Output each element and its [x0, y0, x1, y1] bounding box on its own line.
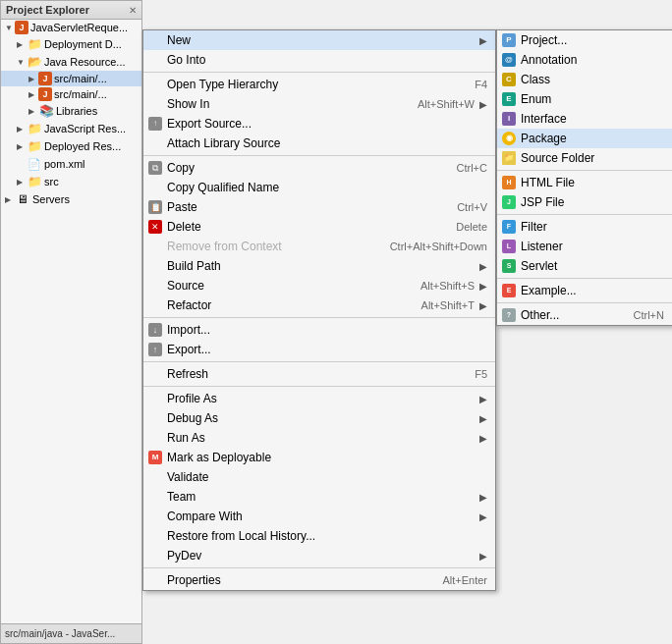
submenu-item-other[interactable]: ? Other... Ctrl+N — [497, 305, 672, 325]
submenu-arrow-profile: ▶ — [479, 394, 487, 404]
menu-label-build-path: Build Path — [167, 259, 475, 273]
tree-item-deployed[interactable]: ▶ 📁 Deployed Res... — [1, 137, 141, 155]
tree-item-servers[interactable]: ▶ 🖥 Servers — [1, 190, 141, 208]
menu-item-restore-local[interactable]: Restore from Local History... — [143, 526, 495, 546]
class-icon: C — [501, 72, 517, 87]
menu-item-attach-library[interactable]: Attach Library Source — [143, 134, 495, 153]
menu-label-properties: Properties — [167, 573, 422, 587]
menu-item-refactor[interactable]: Refactor Alt+Shift+T ▶ — [143, 295, 495, 315]
menu-item-export-source[interactable]: ↑ Export Source... — [143, 114, 495, 134]
menu-item-properties[interactable]: Properties Alt+Enter — [143, 570, 495, 590]
menu-label-import: Import... — [167, 323, 487, 337]
sub-label-other: Other... — [521, 308, 634, 322]
sub-label-source-folder: Source Folder — [521, 151, 664, 165]
src-folder-icon: 📁 — [27, 174, 42, 189]
submenu-arrow-show-in: ▶ — [479, 99, 487, 110]
deployed-icon: 📁 — [27, 138, 42, 154]
menu-item-debug-as[interactable]: Debug As ▶ — [143, 408, 495, 428]
tree-item-java-resources[interactable]: ▼ 📂 Java Resource... — [1, 53, 141, 71]
project-explorer: Project Explorer ✕ ▼ J JavaServletReque.… — [0, 0, 142, 644]
sub-label-listener: Listener — [521, 240, 664, 253]
menu-item-validate[interactable]: Validate — [143, 467, 495, 487]
sub-label-example: Example... — [521, 284, 664, 297]
tree-label: JavaScript Res... — [44, 123, 126, 134]
menu-item-copy-qualified[interactable]: Copy Qualified Name — [143, 178, 495, 197]
submenu-arrow-run: ▶ — [479, 433, 487, 444]
tree-label: Java Resource... — [44, 56, 126, 68]
shortcut-other: Ctrl+N — [634, 309, 664, 321]
menu-item-export[interactable]: ↑ Export... — [143, 340, 495, 359]
explorer-title-bar: Project Explorer ✕ — [1, 1, 141, 20]
shortcut-remove-context: Ctrl+Alt+Shift+Down — [390, 241, 487, 252]
menu-label-export: Export... — [167, 343, 487, 356]
tree-item-src[interactable]: ▶ 📁 src — [1, 173, 141, 190]
menu-label-paste: Paste — [167, 200, 437, 214]
tree-arrow: ▶ — [17, 142, 27, 151]
menu-item-new[interactable]: New ▶ — [143, 30, 495, 50]
example-icon: E — [501, 283, 517, 298]
menu-item-copy[interactable]: ⧉ Copy Ctrl+C — [143, 158, 495, 178]
tree-arrow: ▼ — [17, 58, 27, 67]
tree-item-src-main[interactable]: ▶ J src/main/... — [1, 71, 141, 86]
project-icon: J — [15, 21, 28, 34]
submenu-sep-4 — [497, 302, 672, 303]
menu-item-open-type[interactable]: Open Type Hierarchy F4 — [143, 75, 495, 94]
menu-item-build-path[interactable]: Build Path ▶ — [143, 256, 495, 276]
sub-label-jsp-file: JSP File — [521, 195, 664, 209]
submenu-item-source-folder[interactable]: 📁 Source Folder — [497, 148, 672, 168]
status-text: src/main/java - JavaSer... — [5, 628, 115, 639]
shortcut-copy: Ctrl+C — [457, 162, 487, 174]
menu-label-refresh: Refresh — [167, 367, 455, 381]
submenu-item-annotation[interactable]: @ Annotation — [497, 50, 672, 70]
menu-item-pydev[interactable]: PyDev ▶ — [143, 546, 495, 565]
submenu-item-html-file[interactable]: H HTML File — [497, 173, 672, 192]
submenu-item-class[interactable]: C Class — [497, 70, 672, 89]
menu-item-profile-as[interactable]: Profile As ▶ — [143, 389, 495, 408]
tree-item-deployment[interactable]: ▶ 📁 Deployment D... — [1, 35, 141, 53]
submenu-arrow-new: ▶ — [479, 35, 487, 46]
package-icon: ◉ — [501, 131, 517, 146]
menu-item-import[interactable]: ↓ Import... — [143, 320, 495, 340]
submenu-arrow-debug: ▶ — [479, 413, 487, 424]
menu-item-refresh[interactable]: Refresh F5 — [143, 364, 495, 384]
menu-label-copy: Copy — [167, 161, 437, 175]
menu-label-show-in: Show In — [167, 97, 398, 111]
menu-item-mark-deployable[interactable]: M Mark as Deployable — [143, 448, 495, 467]
menu-item-delete[interactable]: ✕ Delete Delete — [143, 217, 495, 237]
menu-item-show-in[interactable]: Show In Alt+Shift+W ▶ — [143, 94, 495, 114]
submenu-item-project[interactable]: P Project... — [497, 30, 672, 50]
annotation-icon: @ — [501, 52, 517, 68]
submenu-item-jsp-file[interactable]: J JSP File — [497, 192, 672, 212]
shortcut-source: Alt+Shift+S — [420, 280, 475, 292]
menu-label-copy-qualified: Copy Qualified Name — [167, 181, 487, 194]
submenu-item-listener[interactable]: L Listener — [497, 237, 672, 256]
tree-item-pom[interactable]: 📄 pom.xml — [1, 155, 141, 173]
tree-item-root[interactable]: ▼ J JavaServletReque... — [1, 20, 141, 35]
submenu-item-servlet[interactable]: S Servlet — [497, 256, 672, 276]
submenu-item-enum[interactable]: E Enum — [497, 89, 672, 109]
submenu-item-filter[interactable]: F Filter — [497, 217, 672, 237]
menu-label-export-source: Export Source... — [167, 117, 487, 131]
sub-label-package: Package — [521, 132, 664, 145]
sub-label-interface: Interface — [521, 112, 664, 126]
menu-item-source[interactable]: Source Alt+Shift+S ▶ — [143, 276, 495, 295]
submenu-sep-1 — [497, 170, 672, 171]
html-icon: H — [501, 175, 517, 190]
tree-item-src-main2[interactable]: ▶ J src/main/... — [1, 86, 141, 102]
tree-item-js-res[interactable]: ▶ 📁 JavaScript Res... — [1, 120, 141, 137]
sub-label-html-file: HTML File — [521, 176, 664, 189]
submenu-item-interface[interactable]: I Interface — [497, 109, 672, 129]
submenu-item-package[interactable]: ◉ Package — [497, 129, 672, 148]
menu-item-run-as[interactable]: Run As ▶ — [143, 428, 495, 448]
menu-item-paste[interactable]: 📋 Paste Ctrl+V — [143, 197, 495, 217]
enum-icon: E — [501, 91, 517, 107]
explorer-close-button[interactable]: ✕ — [129, 5, 137, 16]
menu-item-team[interactable]: Team ▶ — [143, 487, 495, 507]
export-source-icon: ↑ — [147, 116, 163, 132]
menu-item-go-into[interactable]: Go Into — [143, 50, 495, 70]
menu-item-compare[interactable]: Compare With ▶ — [143, 507, 495, 526]
src2-icon: J — [38, 87, 52, 101]
submenu-item-example[interactable]: E Example... — [497, 281, 672, 300]
sub-label-filter: Filter — [521, 220, 664, 234]
tree-item-libraries[interactable]: ▶ 📚 Libraries — [1, 102, 141, 120]
